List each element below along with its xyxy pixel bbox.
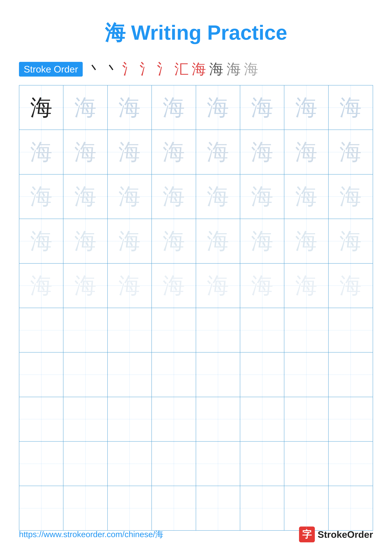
grid-cell[interactable] <box>64 397 107 441</box>
grid-cell[interactable] <box>328 442 373 486</box>
stroke-step-6: 汇 <box>174 59 189 79</box>
grid-cell[interactable] <box>196 397 240 441</box>
grid-cell[interactable]: 海 <box>284 219 328 263</box>
grid-cell[interactable] <box>108 397 152 441</box>
grid-cell[interactable] <box>240 397 284 441</box>
grid-cell[interactable]: 海 <box>196 263 240 308</box>
grid-cell[interactable]: 海 <box>284 130 328 174</box>
grid-cell[interactable]: 海 <box>152 175 196 219</box>
grid-cell[interactable]: 海 <box>152 130 196 174</box>
grid-cell[interactable]: 海 <box>152 219 196 263</box>
grid-cell[interactable] <box>196 308 240 352</box>
stroke-order-row: Stroke Order 丶 丶 氵 氵 氵 汇 海 海 海 海 <box>19 59 373 79</box>
footer-url[interactable]: https://www.strokeorder.com/chinese/海 <box>19 529 163 540</box>
grid-cell[interactable] <box>152 397 196 441</box>
grid-cell[interactable]: 海 <box>19 219 64 263</box>
grid-cell[interactable]: 海 <box>152 85 196 130</box>
grid-cell[interactable]: 海 <box>240 85 284 130</box>
grid-cell[interactable]: 海 <box>240 263 284 308</box>
grid-cell[interactable] <box>328 352 373 397</box>
grid-cell[interactable]: 海 <box>19 130 64 174</box>
practice-char: 海 <box>74 185 96 208</box>
grid-cell[interactable] <box>284 352 328 397</box>
practice-grid[interactable]: 海 海 海 海 海 海 海 海 海 海 海 海 海 海 海 海 海 海 海 海 … <box>19 85 373 531</box>
grid-cell[interactable]: 海 <box>64 85 107 130</box>
grid-cell[interactable] <box>240 352 284 397</box>
grid-cell[interactable] <box>328 397 373 441</box>
grid-cell[interactable]: 海 <box>108 85 152 130</box>
grid-cell[interactable] <box>284 486 328 530</box>
grid-cell[interactable]: 海 <box>240 175 284 219</box>
grid-cell[interactable] <box>152 308 196 352</box>
practice-char: 海 <box>74 141 96 163</box>
grid-cell[interactable]: 海 <box>328 263 373 308</box>
grid-cell[interactable]: 海 <box>64 130 107 174</box>
grid-cell[interactable]: 海 <box>108 263 152 308</box>
grid-cell[interactable] <box>19 308 64 352</box>
grid-cell[interactable] <box>328 486 373 530</box>
grid-cell[interactable]: 海 <box>328 219 373 263</box>
grid-cell[interactable] <box>64 352 107 397</box>
grid-cell[interactable] <box>240 442 284 486</box>
grid-cell[interactable]: 海 <box>19 85 64 130</box>
footer-logo: 字 StrokeOrder <box>299 526 373 542</box>
grid-cell[interactable] <box>284 397 328 441</box>
grid-cell[interactable]: 海 <box>328 175 373 219</box>
grid-cell[interactable]: 海 <box>240 130 284 174</box>
grid-cell[interactable] <box>108 486 152 530</box>
practice-char: 海 <box>295 275 317 297</box>
grid-cell[interactable]: 海 <box>328 130 373 174</box>
grid-cell[interactable] <box>196 352 240 397</box>
grid-cell[interactable]: 海 <box>108 175 152 219</box>
grid-cell[interactable] <box>64 442 107 486</box>
practice-char: 海 <box>207 230 229 252</box>
stroke-step-1: 丶 <box>87 59 102 79</box>
grid-cell[interactable] <box>19 352 64 397</box>
grid-cell[interactable] <box>108 442 152 486</box>
grid-cell[interactable] <box>19 442 64 486</box>
grid-cell[interactable]: 海 <box>64 219 107 263</box>
grid-cell[interactable]: 海 <box>196 219 240 263</box>
grid-cell[interactable]: 海 <box>64 175 107 219</box>
grid-cell[interactable]: 海 <box>196 175 240 219</box>
grid-cell[interactable] <box>196 442 240 486</box>
practice-char: 海 <box>163 96 185 119</box>
practice-char: 海 <box>207 141 229 163</box>
grid-cell[interactable] <box>328 308 373 352</box>
practice-char: 海 <box>30 185 52 208</box>
grid-cell[interactable] <box>19 397 64 441</box>
grid-cell[interactable]: 海 <box>328 85 373 130</box>
grid-cell[interactable] <box>196 486 240 530</box>
grid-cell[interactable] <box>152 352 196 397</box>
grid-cell[interactable]: 海 <box>284 175 328 219</box>
grid-cell[interactable] <box>240 486 284 530</box>
grid-cell[interactable] <box>284 308 328 352</box>
grid-cell[interactable] <box>64 308 107 352</box>
practice-char: 海 <box>251 185 273 208</box>
grid-cell[interactable]: 海 <box>196 130 240 174</box>
grid-cell[interactable] <box>152 442 196 486</box>
grid-cell[interactable] <box>240 308 284 352</box>
grid-cell[interactable] <box>284 442 328 486</box>
grid-cell[interactable]: 海 <box>196 85 240 130</box>
grid-cell[interactable] <box>108 352 152 397</box>
footer: https://www.strokeorder.com/chinese/海 字 … <box>19 526 373 542</box>
grid-cell[interactable] <box>152 486 196 530</box>
practice-char: 海 <box>74 275 96 297</box>
grid-cell[interactable]: 海 <box>64 263 107 308</box>
stroke-steps: 丶 丶 氵 氵 氵 汇 海 海 海 海 <box>87 59 258 79</box>
grid-cell[interactable]: 海 <box>108 219 152 263</box>
grid-cell[interactable]: 海 <box>108 130 152 174</box>
grid-cell[interactable]: 海 <box>19 263 64 308</box>
grid-cell[interactable]: 海 <box>19 175 64 219</box>
grid-cell[interactable] <box>64 486 107 530</box>
grid-cell[interactable]: 海 <box>152 263 196 308</box>
footer-logo-text: StrokeOrder <box>318 529 373 540</box>
grid-cell[interactable] <box>19 486 64 530</box>
practice-char: 海 <box>340 230 362 252</box>
grid-cell[interactable]: 海 <box>240 219 284 263</box>
stroke-step-2: 丶 <box>105 59 119 79</box>
grid-cell[interactable]: 海 <box>284 85 328 130</box>
grid-cell[interactable]: 海 <box>284 263 328 308</box>
grid-cell[interactable] <box>108 308 152 352</box>
